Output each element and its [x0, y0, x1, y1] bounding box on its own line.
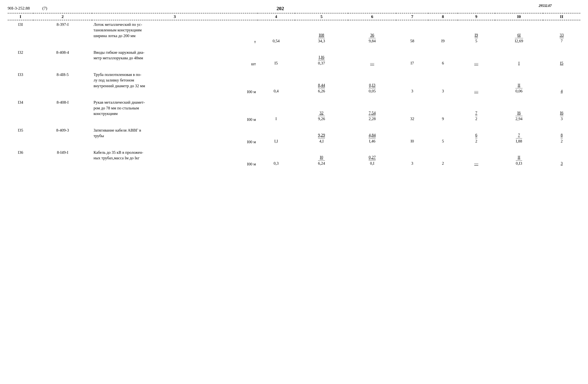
row-col4: 0,54 — [257, 20, 295, 45]
row-spacer — [8, 68, 580, 70]
doc-parens: (7) — [42, 6, 47, 11]
row-col10: I — [495, 48, 543, 68]
row-col6: 4,84I,46 — [348, 126, 396, 146]
row-col11: 82 — [543, 126, 580, 146]
row-col9: — — [458, 148, 495, 168]
main-table: I 2 3 4 5 6 7 8 9 I0 II I3I 8-397-I Лото… — [8, 13, 580, 168]
row-id: I36 — [8, 148, 33, 168]
row-code: 8-4I8-5 — [33, 70, 92, 96]
row-col4: I5 — [257, 48, 295, 68]
row-col5: I0834,3 — [295, 20, 348, 45]
row-col4: 0,3 — [257, 148, 295, 168]
page-number: 202 — [276, 6, 284, 11]
row-id: I3I — [8, 20, 33, 45]
column-header-row: I 2 3 4 5 6 7 8 9 I0 II — [8, 13, 580, 20]
row-col6: — — [348, 48, 396, 68]
row-col7: 58 — [396, 20, 428, 45]
row-col10: II0,I3 — [495, 148, 543, 168]
row-col9: — — [458, 70, 495, 96]
row-id: I32 — [8, 48, 33, 68]
row-col9: 72 — [458, 98, 495, 123]
row-col11: 4 — [543, 70, 580, 96]
table-row: I32 8-408-4 Вводы гибкие наружный диа-ме… — [8, 48, 580, 68]
row-col6: 0,270,I — [348, 148, 396, 168]
row-col8: 9 — [428, 98, 458, 123]
row-col7: 3 — [396, 148, 428, 168]
doc-number: 90I-3-252.88 — [8, 6, 30, 11]
row-desc: Затягивание кабеля АВВГ втрубы I00 м — [92, 126, 257, 146]
row-col7: 32 — [396, 98, 428, 123]
row-col11: 337 — [543, 20, 580, 45]
row-col10: 6II2,69 — [495, 20, 543, 45]
col-header-10: I0 — [495, 13, 543, 20]
row-id: I34 — [8, 98, 33, 123]
table-row: I33 8-4I8-5 Труба полиэтиленовая в по-лу… — [8, 70, 580, 96]
row-col7: 3 — [396, 70, 428, 96]
row-spacer — [8, 96, 580, 98]
row-code: 8-408-I — [33, 98, 92, 123]
row-col8: 2 — [428, 148, 458, 168]
row-code: 8-I49-I — [33, 148, 92, 168]
row-col5: 9,294,I — [295, 126, 348, 146]
row-col11: 3 — [543, 148, 580, 168]
col-header-11: II — [543, 13, 580, 20]
row-col8: I9 — [428, 20, 458, 45]
row-col6: 7,542,28 — [348, 98, 396, 123]
table-row: I3I 8-397-I Лоток металлический по ус-та… — [8, 20, 580, 45]
row-desc: Труба полиэтиленовая в по-лу под заливку… — [92, 70, 257, 96]
row-col5: 8,446,26 — [295, 70, 348, 96]
header-row: 90I-3-252.88 (7) 202 29532.07 — [8, 6, 580, 11]
row-spacer — [8, 123, 580, 126]
row-col4: I,I — [257, 126, 295, 146]
row-code: 8-409-3 — [33, 126, 92, 146]
col-header-4: 4 — [257, 13, 295, 20]
table-row: I34 8-408-I Рукав металлический диамет-р… — [8, 98, 580, 123]
row-desc: Лоток металлический по ус-тановленным ко… — [92, 20, 257, 45]
row-col10: I62,94 — [495, 98, 543, 123]
row-col4: I — [257, 98, 295, 123]
col-header-1: I — [8, 13, 33, 20]
row-spacer — [8, 146, 580, 148]
col-header-8: 8 — [428, 13, 458, 20]
row-col9: 62 — [458, 126, 495, 146]
row-col7: I7 — [396, 48, 428, 68]
row-col8: 3 — [428, 70, 458, 96]
row-id: I35 — [8, 126, 33, 146]
table-row: I36 8-I49-I Кабель до 35 кВ в проложен-н… — [8, 148, 580, 168]
row-desc: Рукав металлический диамет-ром до 78 мм … — [92, 98, 257, 123]
row-col11: I5 — [543, 48, 580, 68]
row-col10: 7I,88 — [495, 126, 543, 146]
row-col5: I06,24 — [295, 148, 348, 168]
row-col5: 329,26 — [295, 98, 348, 123]
col-header-5: 5 — [295, 13, 348, 20]
col-header-2: 2 — [33, 13, 92, 20]
row-col9: I95 — [458, 20, 495, 45]
row-spacer — [8, 45, 580, 48]
row-col11: I63 — [543, 98, 580, 123]
row-code: 8-408-4 — [33, 48, 92, 68]
col-header-7: 7 — [396, 13, 428, 20]
col-header-3: 3 — [92, 13, 257, 20]
row-desc: Вводы гибкие наружный диа-метр металлору… — [92, 48, 257, 68]
row-code: 8-397-I — [33, 20, 92, 45]
col-header-9: 9 — [458, 13, 495, 20]
row-col9: — — [458, 48, 495, 68]
row-col8: 6 — [428, 48, 458, 68]
col-header-6: 6 — [348, 13, 396, 20]
table-row: I35 8-409-3 Затягивание кабеля АВВГ втру… — [8, 126, 580, 146]
row-col6: 0,I30,05 — [348, 70, 396, 96]
row-col10: II0,06 — [495, 70, 543, 96]
row-col5: I,I60,37 — [295, 48, 348, 68]
row-desc: Кабель до 35 кВ в проложен-ных трубах,ма… — [92, 148, 257, 168]
row-id: I33 — [8, 70, 33, 96]
row-col7: I0 — [396, 126, 428, 146]
row-col4: 0,4 — [257, 70, 295, 96]
row-col6: 369,84 — [348, 20, 396, 45]
row-col8: 5 — [428, 126, 458, 146]
watermark: 29532.07 — [539, 4, 552, 8]
